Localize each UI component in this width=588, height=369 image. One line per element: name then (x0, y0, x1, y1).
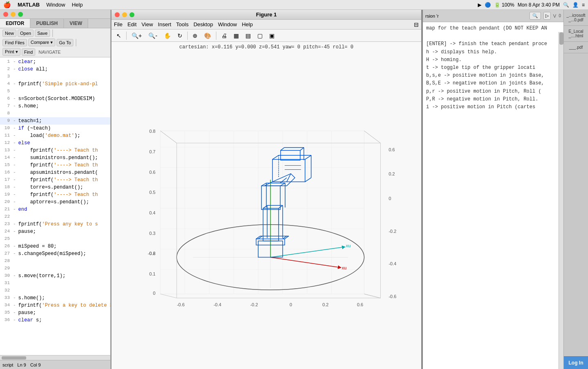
code-line-6: 6 - s=Scorbot(Scorbot.MODESIM) (0, 95, 110, 102)
goto-button[interactable]: Go To (57, 39, 73, 46)
toolbar-sep-1 (52, 30, 53, 37)
code-line-5: 5 (0, 88, 110, 95)
fig-pan-button[interactable]: ✋ (161, 31, 173, 40)
figure-traffic-lights (115, 12, 134, 17)
code-line-31: 31 (0, 280, 110, 287)
code-line-27: 27 - s.changeSpeed(miSpeed); (0, 250, 110, 257)
far-right-item-3[interactable]: ___.pdf (564, 42, 588, 53)
window-menu[interactable]: Window (46, 2, 65, 8)
close-button[interactable] (3, 12, 8, 17)
code-line-12: 12 - else (0, 139, 110, 147)
tab-publish[interactable]: PUBLISH (30, 19, 64, 28)
fig-zoom-out-button[interactable]: 🔍- (146, 31, 160, 40)
fig-grid1-button[interactable]: ▢ (255, 31, 265, 40)
fig-grid2-button[interactable]: ▣ (267, 31, 277, 40)
svg-text:0.4: 0.4 (149, 210, 155, 215)
code-line-30: 30 - s.move(torre,1); (0, 272, 110, 280)
minimize-button[interactable] (11, 12, 16, 17)
menubar-right: ▶ 🔵 🔋 100% Mon 8 Apr 3:40 PM 🔍 👤 ≡ (478, 2, 585, 8)
fig-zoom-in-button[interactable]: 🔍+ (129, 31, 144, 40)
fig-menu-edit[interactable]: Edit (127, 21, 136, 27)
help-menu[interactable]: Help (72, 2, 83, 8)
figure-title: Figure 1 (256, 11, 277, 18)
fig-sep-3 (216, 32, 216, 40)
command-window[interactable]: map for the teach pendant (DO NOT KEEP A… (423, 22, 563, 369)
search-right-button[interactable]: 🔍 (529, 12, 541, 20)
new-button[interactable]: New (2, 30, 16, 37)
cmd-line-5: H -> homing. (426, 56, 560, 64)
fig-row-button[interactable]: ▤ (243, 31, 253, 40)
code-line-24: 24 - pause; (0, 228, 110, 235)
code-line-8: 8 (0, 110, 110, 117)
save-button[interactable]: Save (35, 30, 50, 37)
fig-rotate-button[interactable]: ↻ (175, 31, 185, 40)
code-line-17: 17 - fprintf('----> Teach th (0, 176, 110, 184)
code-line-35: 35 - pause; (0, 309, 110, 317)
more-button[interactable]: ▷ (543, 12, 551, 20)
hscrollbar-thumb[interactable] (2, 356, 26, 360)
right-panel: rsion 'r 🔍 ▷ V 0 map for the teach penda… (422, 10, 563, 369)
tab-view[interactable]: VIEW (64, 19, 89, 28)
script-label: script (2, 362, 13, 367)
far-right-panel: _...icrosoft_...0.pdf E_Local_....html _… (563, 10, 588, 369)
fig-menu-window[interactable]: Window (218, 21, 237, 27)
code-line-21: 21 - end (0, 206, 110, 213)
svg-text:0.6: 0.6 (149, 170, 155, 175)
print-button[interactable]: Print ▾ (2, 48, 20, 56)
editor-statusbar: script Ln 9 Col 9 (0, 360, 110, 369)
figure-minimize-button[interactable] (122, 12, 127, 17)
editor-panel: EDITOR PUBLISH VIEW New Open Save Find F… (0, 10, 111, 369)
svg-text:-0.4: -0.4 (213, 302, 221, 307)
fig-brush-button[interactable]: 🎨 (202, 31, 213, 40)
code-line-3: 3 (0, 73, 110, 80)
ln-status: Ln 9 (17, 362, 26, 367)
fig-menu-view[interactable]: View (141, 21, 153, 27)
figure-expand-icon[interactable]: ⊟ (414, 21, 419, 28)
svg-text:0.3: 0.3 (149, 231, 155, 236)
far-right-item-1[interactable]: _...icrosoft_...0.pdf (564, 10, 588, 26)
tab-editor[interactable]: EDITOR (0, 19, 30, 28)
toolbar-sep-2 (76, 39, 76, 46)
cmd-line-6: t -> toggle tip of the gripper locati (426, 64, 560, 72)
find-button[interactable]: Find (22, 48, 35, 56)
code-line-18: 18 - torre=s.pendant(); (0, 184, 110, 191)
svg-text:0: 0 (290, 302, 292, 307)
spotlight-icon[interactable]: 🔍 (563, 2, 569, 8)
code-line-23: 23 - fprintf('Press any key to s (0, 221, 110, 228)
find-files-button[interactable]: Find Files (2, 39, 27, 46)
robot-plot[interactable]: 0.8 0.7 0.6 0.5 0.4 0.3 0.2 0.1 0 -0.6 -… (111, 51, 421, 369)
matlab-menu[interactable]: MATLAB (18, 2, 40, 8)
fig-datacursor-button[interactable]: ⊕ (190, 31, 200, 40)
fig-menu-tools[interactable]: Tools (176, 21, 188, 27)
fig-menu-file[interactable]: File (114, 21, 123, 27)
code-line-9: 9 - teach=1; (0, 117, 110, 125)
svg-text:-0.2: -0.2 (388, 229, 396, 234)
figure-close-button[interactable] (115, 12, 120, 17)
open-button[interactable]: Open (18, 30, 34, 37)
right-vscrollbar-thumb[interactable] (559, 32, 563, 45)
fig-menu-help[interactable]: Help (242, 21, 253, 27)
svg-text:0.6: 0.6 (388, 147, 395, 152)
login-button[interactable]: Log In (564, 356, 588, 369)
right-vscrollbar[interactable] (558, 32, 563, 369)
v-indicator: V (553, 14, 556, 18)
fig-menu-desktop[interactable]: Desktop (193, 21, 213, 27)
code-line-19: 19 - fprintf('----> Teach th (0, 191, 110, 198)
maximize-button[interactable] (18, 12, 23, 17)
fig-menu-insert[interactable]: Insert (158, 21, 171, 27)
svg-text:0.1: 0.1 (149, 271, 155, 276)
compare-button[interactable]: Compare ▾ (28, 39, 55, 46)
fig-print-button[interactable]: 🖨 (219, 31, 229, 40)
plot-title: cartesian: x=0.116 y=0.000 z=0.541 yaw= … (111, 42, 421, 51)
figure-maximize-button[interactable] (129, 12, 134, 17)
code-line-29: 29 (0, 265, 110, 272)
fig-arrow-button[interactable]: ↖ (114, 31, 124, 40)
mac-menubar: 🍎 MATLAB Window Help ▶ 🔵 🔋 100% Mon 8 Ap… (0, 0, 588, 10)
cmd-line-3: [ENTER] -> finish the teach pendant proc… (426, 40, 560, 48)
menu-extra: ≡ (582, 2, 585, 8)
far-right-item-2[interactable]: E_Local_....html (564, 26, 588, 42)
code-area[interactable]: 1 - clear; 2 - close all; 3 4 - fprintf(… (0, 57, 110, 355)
svg-text:-0.6: -0.6 (148, 251, 156, 256)
editor-hscrollbar[interactable] (0, 355, 110, 360)
fig-col-button[interactable]: ▦ (231, 31, 241, 40)
